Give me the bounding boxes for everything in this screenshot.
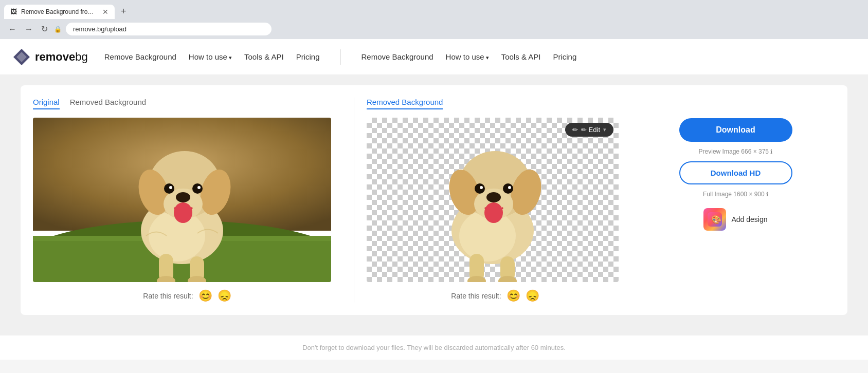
design-palette-icon: 🎨	[708, 212, 722, 227]
edit-button[interactable]: ✏ ✏ Edit ▾	[565, 123, 613, 137]
edit-label: ✏ Edit	[581, 126, 600, 134]
edit-chevron: ▾	[603, 126, 606, 133]
left-panel: Original Removed Background	[33, 98, 341, 303]
right-rate-section: Rate this result: 😊 😞	[367, 289, 624, 303]
lock-icon: 🔒	[54, 26, 62, 33]
panel-divider	[354, 98, 354, 303]
tab-close-button[interactable]: ✕	[102, 8, 109, 16]
reload-button[interactable]: ↻	[39, 22, 50, 36]
nav-pricing-2[interactable]: Pricing	[553, 52, 576, 61]
forward-button[interactable]: →	[23, 23, 35, 36]
new-tab-button[interactable]: +	[117, 4, 131, 19]
back-button[interactable]: ←	[6, 23, 19, 36]
svg-text:🎨: 🎨	[711, 215, 721, 225]
full-info-icon: ℹ	[766, 191, 768, 197]
svg-point-31	[503, 183, 513, 194]
add-design-row[interactable]: 🎨 Add design	[703, 208, 767, 231]
nav-remove-background-2[interactable]: Remove Background	[361, 52, 433, 61]
left-happy-emoji[interactable]: 😊	[198, 289, 212, 303]
add-design-label: Add design	[731, 215, 767, 223]
right-sad-emoji[interactable]: 😞	[526, 289, 539, 303]
preview-info: Preview Image 666 × 375 ℹ	[699, 148, 773, 155]
footer-note-text: Don't forget to download your files. The…	[302, 344, 566, 351]
svg-point-28	[486, 192, 501, 202]
svg-point-12	[176, 192, 190, 202]
design-icon: 🎨	[703, 208, 726, 231]
svg-point-14	[164, 183, 174, 194]
nav-how-to-use-2[interactable]: How to use	[446, 52, 489, 61]
svg-point-33	[508, 186, 511, 189]
result-container: Original Removed Background	[21, 85, 847, 315]
logo-text: removebg	[35, 50, 88, 64]
logo[interactable]: removebg	[12, 48, 88, 66]
nav-tools-api-2[interactable]: Tools & API	[501, 52, 541, 61]
tab-bar: 🖼 Remove Background from Image ✕ +	[0, 0, 868, 19]
full-image-info: Full Image 1600 × 900 ℹ	[703, 191, 768, 198]
svg-point-13	[174, 202, 192, 223]
pencil-icon: ✏	[572, 126, 578, 134]
right-happy-emoji[interactable]: 😊	[507, 289, 520, 303]
tab-original[interactable]: Original	[33, 98, 60, 109]
right-panel-tabs: Removed Background	[367, 98, 624, 109]
nav-remove-background[interactable]: Remove Background	[104, 52, 176, 61]
nav-links-left: Remove Background How to use Tools & API…	[104, 52, 320, 61]
nav-separator	[340, 49, 341, 65]
original-image-wrapper	[33, 118, 331, 282]
svg-point-30	[475, 183, 485, 194]
left-rate-label: Rate this result:	[143, 292, 193, 300]
download-button[interactable]: Download	[679, 118, 792, 142]
svg-point-32	[480, 186, 483, 189]
svg-point-29	[484, 202, 503, 223]
nav-pricing[interactable]: Pricing	[296, 52, 320, 61]
address-bar: ← → ↻ 🔒	[0, 19, 868, 39]
download-hd-button[interactable]: Download HD	[679, 161, 792, 184]
nav-tools-api[interactable]: Tools & API	[244, 52, 284, 61]
left-sad-emoji[interactable]: 😞	[218, 289, 231, 303]
logo-icon	[12, 48, 31, 66]
address-input[interactable]	[66, 23, 272, 35]
svg-point-17	[197, 186, 201, 189]
browser-chrome: 🖼 Remove Background from Image ✕ + ← → ↻…	[0, 0, 868, 39]
page-body: removebg Remove Background How to use To…	[0, 39, 868, 360]
main-content: Original Removed Background	[0, 75, 868, 335]
tab-removed-bg-right[interactable]: Removed Background	[367, 98, 443, 109]
tab-favicon: 🖼	[10, 8, 17, 15]
removed-bg-wrapper: ✏ ✏ Edit ▾	[367, 118, 619, 282]
removed-bg-dog-image	[421, 128, 565, 282]
svg-point-15	[192, 183, 203, 194]
tab-removed-bg-left[interactable]: Removed Background	[70, 98, 146, 109]
full-image-label: Full Image 1600 × 900	[703, 191, 765, 198]
navbar: removebg Remove Background How to use To…	[0, 39, 868, 75]
left-rate-section: Rate this result: 😊 😞	[33, 289, 341, 303]
download-sidebar: Download Preview Image 666 × 375 ℹ Downl…	[636, 98, 835, 231]
right-panel: Removed Background ✏ ✏ Edit ▾	[367, 98, 624, 303]
svg-point-16	[169, 186, 172, 189]
active-tab[interactable]: 🖼 Remove Background from Image ✕	[4, 5, 115, 19]
preview-info-icon: ℹ	[770, 148, 772, 155]
nav-how-to-use[interactable]: How to use	[189, 52, 232, 61]
left-panel-tabs: Original Removed Background	[33, 98, 341, 109]
preview-label: Preview Image 666 × 375	[699, 148, 769, 155]
nav-links-right: Remove Background How to use Tools & API…	[361, 52, 577, 61]
original-dog-image	[33, 118, 331, 282]
footer-note: Don't forget to download your files. The…	[0, 335, 868, 360]
tab-title: Remove Background from Image	[21, 8, 98, 15]
right-rate-label: Rate this result:	[451, 292, 501, 300]
